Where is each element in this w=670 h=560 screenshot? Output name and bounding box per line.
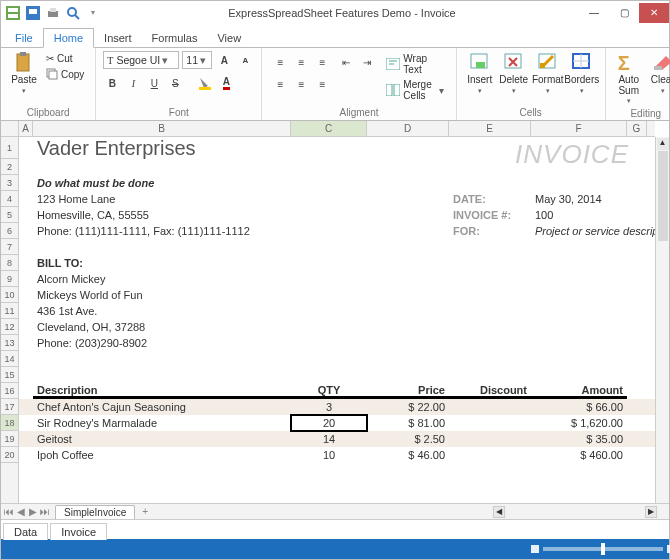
row-headers[interactable]: 1234567891011121314151617181920 [1, 137, 19, 503]
column-headers[interactable]: A B C D E F G [19, 121, 655, 137]
align-left-button[interactable]: ≡ [271, 75, 289, 93]
svg-rect-16 [394, 84, 400, 96]
grid-cells[interactable]: INVOICE Vader Enterprises Do what must b… [19, 137, 655, 503]
clear-button[interactable]: Clear▾ [646, 50, 670, 97]
invoice-watermark: INVOICE [515, 139, 629, 170]
group-cells: Insert▾ Delete▾ Format▾ Borders▾ Cells [457, 48, 606, 120]
group-font: T Segoe UI▾ 11▾ A A B I U S A Font [96, 48, 262, 120]
close-button[interactable]: ✕ [639, 3, 669, 23]
col-E[interactable]: E [449, 121, 531, 136]
borders-button[interactable]: Borders▾ [565, 50, 599, 97]
svg-rect-18 [476, 62, 485, 68]
align-center-button[interactable]: ≡ [292, 75, 310, 93]
align-middle-button[interactable]: ≡ [292, 53, 310, 71]
grow-font-button[interactable]: A [215, 51, 233, 69]
titlebar: ▾ ExpressSpreadSheet Features Demo - Inv… [1, 1, 669, 25]
copy-icon [46, 68, 58, 80]
paste-button[interactable]: Paste ▾ [7, 50, 41, 97]
print-icon[interactable] [45, 5, 61, 21]
align-bottom-button[interactable]: ≡ [313, 53, 331, 71]
tab-home[interactable]: Home [43, 28, 94, 48]
borders-icon [571, 52, 593, 74]
qat-dropdown-icon[interactable]: ▾ [85, 5, 101, 21]
strike-button[interactable]: S [166, 74, 184, 92]
save-icon[interactable] [25, 5, 41, 21]
col-A[interactable]: A [19, 121, 33, 136]
zoom-slider[interactable] [543, 547, 663, 551]
paste-icon [13, 52, 35, 74]
delete-button[interactable]: Delete▾ [497, 50, 531, 97]
tab-file[interactable]: File [5, 29, 43, 47]
status-bar [1, 539, 669, 559]
wrap-text-button[interactable]: Wrap Text [383, 52, 447, 76]
svg-line-8 [75, 15, 79, 19]
ribbon: Paste ▾ ✂Cut Copy Clipboard T Segoe UI▾ … [1, 47, 669, 121]
format-button[interactable]: Format▾ [531, 50, 565, 97]
svg-rect-2 [8, 12, 18, 14]
horizontal-scrollbar[interactable]: ◀▶ [152, 506, 669, 518]
pagetab-invoice[interactable]: Invoice [50, 523, 107, 540]
italic-button[interactable]: I [124, 74, 142, 92]
align-top-button[interactable]: ≡ [271, 53, 289, 71]
svg-rect-10 [20, 52, 26, 56]
format-icon [537, 52, 559, 74]
app-window: ▾ ExpressSpreadSheet Features Demo - Inv… [0, 0, 670, 560]
outdent-button[interactable]: ⇤ [337, 53, 355, 71]
font-name-combo[interactable]: T Segoe UI▾ [103, 51, 179, 69]
autosum-button[interactable]: ΣAuto Sum▾ [612, 50, 646, 107]
underline-button[interactable]: U [145, 74, 163, 92]
merge-icon [386, 84, 400, 96]
svg-rect-15 [386, 84, 392, 96]
align-right-button[interactable]: ≡ [313, 75, 331, 93]
svg-rect-9 [17, 54, 29, 71]
fillcolor-button[interactable] [196, 74, 214, 92]
add-sheet-button[interactable]: + [138, 506, 152, 517]
col-G[interactable]: G [627, 121, 647, 136]
bold-button[interactable]: B [103, 74, 121, 92]
copy-button[interactable]: Copy [43, 67, 87, 81]
wrap-icon [386, 58, 400, 70]
preview-icon[interactable] [65, 5, 81, 21]
insert-button[interactable]: Insert▾ [463, 50, 497, 97]
group-clipboard: Paste ▾ ✂Cut Copy Clipboard [1, 48, 96, 120]
svg-point-7 [68, 8, 76, 16]
indent-button[interactable]: ⇥ [358, 53, 376, 71]
svg-rect-6 [50, 8, 56, 12]
clear-icon [652, 52, 670, 74]
pagetab-data[interactable]: Data [3, 523, 48, 540]
svg-rect-4 [29, 9, 37, 14]
select-all-corner[interactable] [1, 121, 19, 137]
window-buttons: — ▢ ✕ [579, 3, 669, 23]
col-D[interactable]: D [367, 121, 449, 136]
spreadsheet-grid[interactable]: A B C D E F G 12345678910111213141516171… [1, 121, 669, 519]
insert-icon [469, 52, 491, 74]
maximize-button[interactable]: ▢ [609, 3, 639, 23]
sheet-tab[interactable]: SimpleInvoice [55, 505, 135, 519]
tab-formulas[interactable]: Formulas [142, 29, 208, 47]
svg-rect-13 [199, 87, 211, 90]
tab-view[interactable]: View [207, 29, 251, 47]
col-B[interactable]: B [33, 121, 291, 136]
tab-insert[interactable]: Insert [94, 29, 142, 47]
shrink-font-button[interactable]: A [236, 51, 254, 69]
cut-button[interactable]: ✂Cut [43, 52, 87, 65]
svg-rect-21 [540, 63, 545, 68]
vertical-scrollbar[interactable]: ▲ [655, 137, 669, 503]
page-tabs: Data Invoice [1, 519, 669, 539]
minimize-button[interactable]: — [579, 3, 609, 23]
sheet-tab-bar: ⏮◀▶⏭ SimpleInvoice + ◀▶ [1, 503, 669, 519]
col-C[interactable]: C [291, 121, 367, 136]
font-size-combo[interactable]: 11▾ [182, 51, 212, 69]
col-F[interactable]: F [531, 121, 627, 136]
window-title: ExpressSpreadSheet Features Demo - Invoi… [105, 7, 579, 19]
fontcolor-button[interactable]: A [217, 74, 235, 92]
delete-icon [503, 52, 525, 74]
ribbon-tabs: File Home Insert Formulas View [1, 25, 669, 47]
sheet-nav[interactable]: ⏮◀▶⏭ [1, 506, 53, 517]
quick-access-toolbar: ▾ [1, 3, 105, 23]
cut-icon: ✂ [46, 53, 54, 64]
sum-icon: Σ [618, 52, 640, 74]
merge-cells-button[interactable]: Merge Cells▾ [383, 78, 447, 102]
company-name: Vader Enterprises [33, 137, 291, 159]
company-slogan: Do what must be done [33, 175, 291, 191]
